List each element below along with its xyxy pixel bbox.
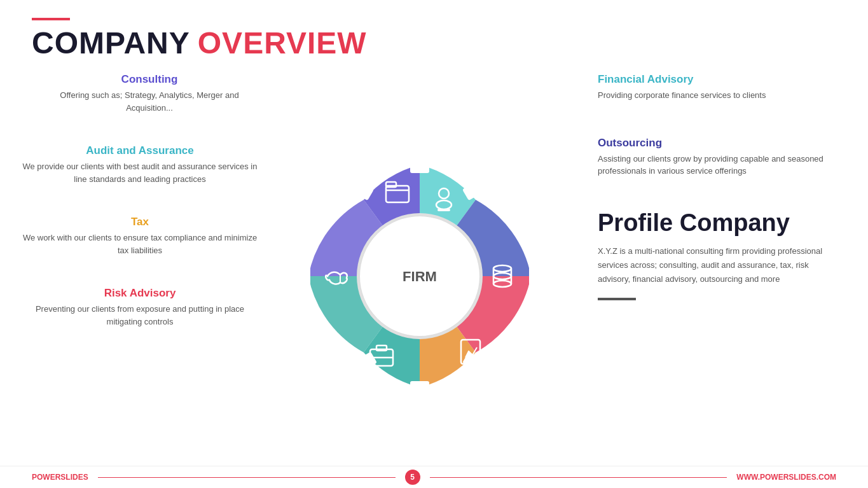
footer-brand-slides: SLIDES (60, 473, 88, 482)
profile-section: Profile Company X.Y.Z is a multi-nationa… (598, 209, 849, 300)
financial-desc: Providing corporate finance services to … (598, 89, 849, 102)
footer-url: WWW.POWERSLIDES.COM (736, 473, 836, 482)
svg-rect-7 (298, 267, 310, 286)
profile-accent-line (598, 298, 636, 300)
footer-line-right (430, 477, 727, 478)
service-financial: Financial Advisory Providing corporate f… (598, 73, 849, 102)
footer-line-left (98, 477, 396, 478)
outsourcing-desc: Assisting our clients grow by providing … (598, 153, 849, 178)
risk-desc: Preventing our clients from exposure and… (19, 303, 261, 328)
footer-page-number: 5 (405, 470, 420, 485)
service-tax: Tax We work with our clients to ensure t… (19, 216, 261, 256)
page-title: COMPANYOVERVIEW (32, 25, 836, 60)
title-overview: OVERVIEW (198, 26, 367, 60)
profile-desc: X.Y.Z is a multi-national consulting fir… (598, 244, 839, 286)
risk-title: Risk Advisory (19, 287, 261, 300)
svg-rect-3 (529, 267, 542, 286)
right-panel: Financial Advisory Providing corporate f… (579, 67, 849, 472)
service-audit: Audit and Assurance We provide our clien… (19, 144, 261, 185)
service-risk: Risk Advisory Preventing our clients fro… (19, 287, 261, 328)
svg-rect-1 (410, 160, 429, 173)
title-company: COMPANY (32, 26, 190, 60)
service-consulting: Consulting Offering such as; Strategy, A… (19, 73, 261, 114)
tax-desc: We work with our clients to ensure tax c… (19, 232, 261, 256)
svg-text:FIRM: FIRM (403, 268, 437, 284)
consulting-title: Consulting (38, 73, 261, 86)
header: COMPANYOVERVIEW (0, 0, 868, 67)
audit-desc: We provide our clients with best audit a… (19, 160, 261, 185)
footer-brand: POWERSLIDES (32, 473, 88, 482)
outsourcing-title: Outsourcing (598, 137, 849, 150)
profile-title: Profile Company (598, 209, 849, 237)
left-panel: Consulting Offering such as; Strategy, A… (19, 67, 261, 472)
main-content: Consulting Offering such as; Strategy, A… (0, 67, 868, 472)
footer-brand-power: POWER (32, 473, 60, 482)
tax-title: Tax (19, 216, 261, 228)
audit-title: Audit and Assurance (19, 144, 261, 157)
financial-title: Financial Advisory (598, 73, 849, 86)
svg-rect-5 (410, 381, 429, 394)
header-accent-line (32, 18, 70, 20)
footer: POWERSLIDES 5 WWW.POWERSLIDES.COM (0, 466, 868, 488)
consulting-desc: Offering such as; Strategy, Analytics, M… (38, 89, 261, 114)
svg-rect-16 (437, 209, 450, 211)
center-diagram: FIRM (261, 67, 579, 472)
service-outsourcing: Outsourcing Assisting our clients grow b… (598, 137, 849, 178)
